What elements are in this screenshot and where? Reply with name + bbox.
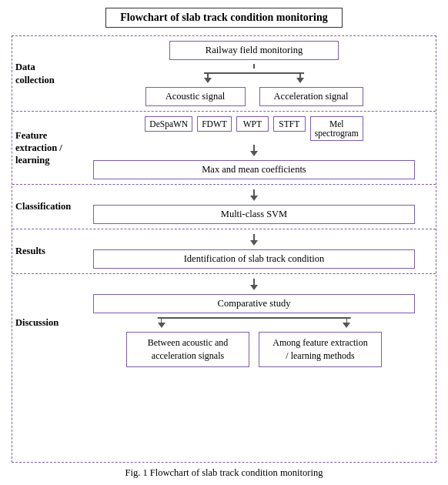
label-discussion: Discussion — [15, 316, 75, 329]
arrow-right — [296, 72, 304, 83]
flowchart-container: Data collection Railway field monitoring — [12, 35, 436, 463]
box-wpt: WPT — [236, 116, 269, 132]
box-svm: Multi-class SVM — [93, 205, 415, 224]
arrow-to-comparative — [250, 279, 258, 290]
box-between: Between acoustic and acceleration signal… — [126, 332, 249, 367]
section-results: Results Identification of slab track con… — [12, 229, 436, 274]
content-data-collection: Railway field monitoring — [75, 41, 433, 106]
section-discussion: Discussion Comparative study — [12, 274, 436, 372]
discussion-boxes-row: Between acoustic and acceleration signal… — [75, 332, 433, 367]
arrow-to-identification — [250, 234, 258, 246]
label-feature-extraction: Feature extraction / learning — [15, 129, 75, 167]
content-classification: Multi-class SVM — [75, 189, 433, 224]
box-stft: STFT — [273, 116, 306, 132]
arrow-left-discussion — [158, 317, 165, 328]
label-results: Results — [15, 245, 75, 257]
box-identification: Identification of slab track condition — [93, 249, 415, 269]
label-data-collection: Data collection — [15, 61, 75, 86]
signal-boxes-row: Acoustic signal Acceleration signal — [75, 87, 433, 106]
box-comparative: Comparative study — [93, 294, 415, 313]
box-fdwt: FDWT — [197, 116, 232, 132]
section-data-collection: Data collection Railway field monitoring — [12, 36, 436, 112]
box-acoustic: Acoustic signal — [145, 87, 246, 106]
arrow-railway — [253, 64, 255, 69]
section-feature-extraction: Feature extraction / learning DeSpaWN FD… — [12, 112, 436, 185]
box-max-mean: Max and mean coefficients — [93, 160, 415, 179]
arrow-right-discussion — [343, 317, 350, 328]
arrow-to-svm — [250, 189, 258, 201]
box-railway: Railway field monitoring — [169, 41, 339, 60]
main-title: Flowchart of slab track condition monito… — [105, 8, 343, 28]
arrow-feature-to-maxmean — [250, 145, 258, 156]
box-despawn: DeSpaWN — [145, 116, 192, 132]
feature-boxes-row: DeSpaWN FDWT WPT STFT Mel spectrogram — [75, 116, 433, 141]
box-mel: Mel spectrogram — [310, 116, 363, 141]
box-among: Among feature extraction / learning meth… — [259, 332, 382, 367]
arrow-left — [204, 72, 212, 83]
box-acceleration: Acceleration signal — [259, 87, 363, 106]
content-feature-extraction: DeSpaWN FDWT WPT STFT Mel spectrogram Ma… — [75, 116, 433, 179]
content-results: Identification of slab track condition — [75, 234, 433, 269]
figure-caption: Fig. 1 Flowchart of slab track condition… — [125, 467, 323, 479]
content-discussion: Comparative study — [75, 279, 433, 367]
label-classification: Classification — [15, 200, 75, 212]
section-classification: Classification Multi-class SVM — [12, 185, 436, 229]
